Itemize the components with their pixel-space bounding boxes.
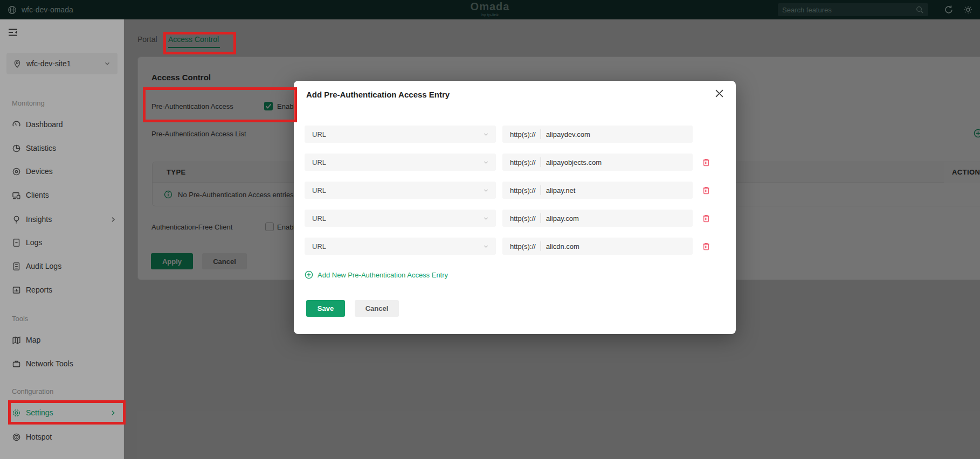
chevron-down-icon bbox=[482, 243, 489, 250]
input-divider bbox=[541, 157, 541, 167]
url-value: alicdn.com bbox=[546, 242, 579, 251]
close-icon[interactable] bbox=[715, 89, 724, 98]
entry-type-select[interactable]: URL bbox=[305, 154, 496, 171]
entry-type-select[interactable]: URL bbox=[305, 126, 496, 143]
delete-entry-icon[interactable] bbox=[702, 242, 710, 251]
add-pre-auth-entry-dialog: Add Pre-Authentication Access Entry URL … bbox=[294, 81, 736, 334]
url-scheme-prefix: http(s):// bbox=[510, 158, 536, 166]
add-new-entry-link[interactable]: Add New Pre-Authentication Access Entry bbox=[305, 270, 448, 279]
chevron-down-icon bbox=[482, 159, 489, 166]
plus-circle-icon bbox=[305, 270, 313, 279]
url-input[interactable]: http(s):// alipaydev.com bbox=[502, 126, 693, 143]
url-scheme-prefix: http(s):// bbox=[510, 130, 536, 138]
input-divider bbox=[541, 213, 541, 223]
url-value: alipaydev.com bbox=[546, 130, 590, 138]
chevron-down-icon bbox=[482, 187, 489, 194]
delete-entry-icon[interactable] bbox=[702, 158, 710, 167]
input-divider bbox=[541, 241, 541, 251]
url-value: alipayobjects.com bbox=[546, 158, 602, 166]
save-button[interactable]: Save bbox=[306, 300, 345, 317]
url-scheme-prefix: http(s):// bbox=[510, 186, 536, 194]
delete-entry-icon[interactable] bbox=[702, 186, 710, 195]
entry-type-select[interactable]: URL bbox=[305, 238, 496, 255]
url-value: alipay.com bbox=[546, 214, 579, 222]
url-input[interactable]: http(s):// alipayobjects.com bbox=[502, 154, 693, 171]
entry-type-select[interactable]: URL bbox=[305, 182, 496, 199]
url-input[interactable]: http(s):// alipay.net bbox=[502, 182, 693, 199]
dialog-title: Add Pre-Authentication Access Entry bbox=[306, 90, 450, 99]
chevron-down-icon bbox=[482, 131, 489, 138]
delete-entry-icon[interactable] bbox=[702, 214, 710, 223]
entry-type-select[interactable]: URL bbox=[305, 210, 496, 227]
chevron-down-icon bbox=[482, 215, 489, 222]
url-input[interactable]: http(s):// alicdn.com bbox=[502, 238, 693, 255]
url-scheme-prefix: http(s):// bbox=[510, 242, 536, 251]
input-divider bbox=[541, 129, 541, 139]
url-value: alipay.net bbox=[546, 186, 576, 194]
dialog-cancel-button[interactable]: Cancel bbox=[355, 300, 399, 317]
url-input[interactable]: http(s):// alipay.com bbox=[502, 210, 693, 227]
url-scheme-prefix: http(s):// bbox=[510, 214, 536, 222]
input-divider bbox=[541, 185, 541, 195]
